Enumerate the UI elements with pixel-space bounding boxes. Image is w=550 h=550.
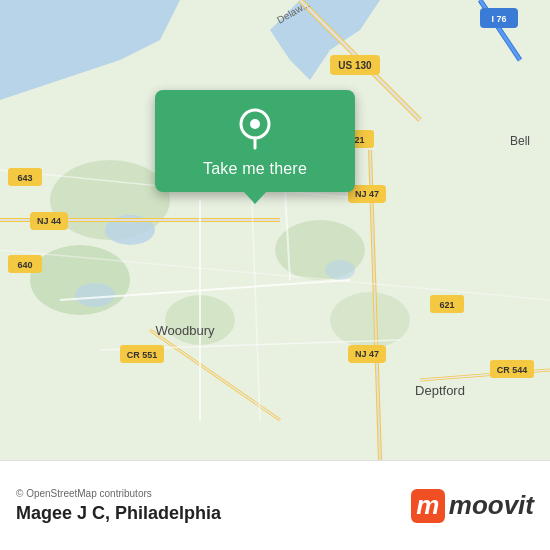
svg-point-59	[250, 119, 260, 129]
moovit-logo: m moovit	[411, 489, 534, 523]
svg-text:NJ 44: NJ 44	[37, 216, 61, 226]
bottom-bar: © OpenStreetMap contributors Magee J C, …	[0, 460, 550, 550]
moovit-brand-label: moovit	[449, 490, 534, 521]
svg-text:CR 551: CR 551	[127, 350, 158, 360]
svg-text:Woodbury: Woodbury	[155, 323, 215, 338]
svg-text:640: 640	[17, 260, 32, 270]
svg-point-11	[325, 260, 355, 280]
svg-text:NJ 47: NJ 47	[355, 189, 379, 199]
take-me-there-button[interactable]: Take me there	[203, 160, 307, 178]
svg-text:NJ 47: NJ 47	[355, 349, 379, 359]
svg-text:621: 621	[439, 300, 454, 310]
popup-card: Take me there	[155, 90, 355, 192]
map-container: US 130 NJ 44 NJ 47 NJ 47 I 76 621 621 64…	[0, 0, 550, 460]
svg-point-10	[75, 283, 115, 307]
place-name: Magee J C, Philadelphia	[16, 503, 221, 524]
map-attribution: © OpenStreetMap contributors	[16, 488, 221, 499]
svg-text:Deptford: Deptford	[415, 383, 465, 398]
moovit-m-icon: m	[411, 489, 445, 523]
svg-text:643: 643	[17, 173, 32, 183]
location-pin-icon	[233, 106, 277, 150]
svg-text:I 76: I 76	[491, 14, 506, 24]
location-info: © OpenStreetMap contributors Magee J C, …	[16, 488, 221, 524]
svg-point-7	[30, 245, 130, 315]
svg-text:US 130: US 130	[338, 60, 372, 71]
svg-text:CR 544: CR 544	[497, 365, 528, 375]
svg-text:Bell: Bell	[510, 134, 530, 148]
